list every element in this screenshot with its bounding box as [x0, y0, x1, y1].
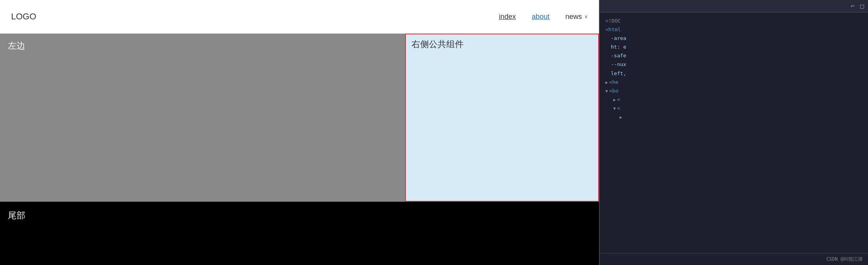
devtools-credit-text: CSDN @叫指江湖 [826, 256, 862, 262]
code-head[interactable]: <he [605, 78, 862, 87]
content-area: 左边 右侧公共组件 [0, 34, 599, 202]
left-section: 左边 [0, 34, 405, 202]
chevron-down-icon: ∨ [584, 14, 588, 19]
devtools-toolbar: ⌐ □ [600, 0, 868, 13]
code-left-attr: left, [605, 69, 862, 78]
footer: 尾部 [0, 202, 599, 265]
code-child1[interactable]: < [605, 95, 862, 104]
nav-news-dropdown[interactable]: news ∨ [565, 13, 588, 21]
devtools-select-icon[interactable]: ⌐ [851, 2, 855, 10]
logo: LOGO [11, 11, 36, 22]
code-nux-attr: --nux [605, 60, 862, 69]
left-section-label: 左边 [8, 40, 25, 52]
devtools-credit: CSDN @叫指江湖 [600, 253, 868, 265]
devtools-code-area: <!DOC <html -area ht: e -safe --nux left… [600, 13, 868, 253]
right-public-component: 右侧公共组件 [405, 34, 599, 202]
code-ht-attr: ht: e [605, 43, 862, 51]
devtools-panel: ⌐ □ <!DOC <html -area ht: e -safe --nux … [599, 0, 868, 265]
footer-label: 尾部 [8, 210, 25, 221]
code-body[interactable]: <bo [605, 87, 862, 95]
nav-index-link[interactable]: index [499, 13, 516, 21]
nav-about-link[interactable]: about [532, 13, 550, 21]
nav-news-label: news [565, 13, 582, 21]
browser-content-area: LOGO index about news ∨ 左边 右侧公共组件 尾部 [0, 0, 599, 265]
code-safe-attr: -safe [605, 51, 862, 60]
code-doctype: <!DOC [605, 17, 862, 25]
code-child3[interactable] [605, 113, 862, 121]
code-child2[interactable]: < [605, 104, 862, 113]
code-html-open: <html [605, 25, 862, 34]
main-nav: index about news ∨ [499, 13, 588, 21]
devtools-inspect-icon[interactable]: □ [860, 2, 864, 10]
code-area-attr: -area [605, 34, 862, 43]
header: LOGO index about news ∨ [0, 0, 599, 34]
right-section-label: 右侧公共组件 [411, 38, 464, 50]
